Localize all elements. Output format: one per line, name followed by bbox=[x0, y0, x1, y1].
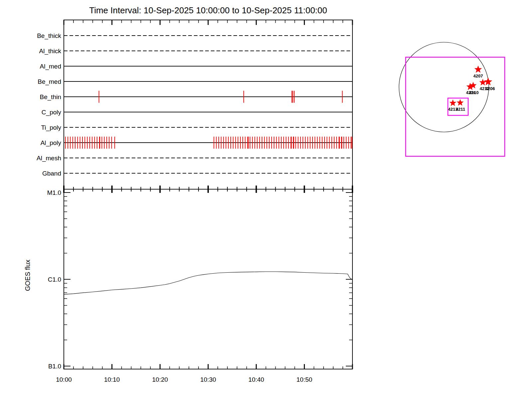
filter-label-Al_poly: Al_poly bbox=[41, 139, 62, 147]
goes-flux-curve bbox=[64, 272, 352, 294]
active-region-star-4212 bbox=[479, 79, 486, 85]
filter-label-Ti_poly: Ti_poly bbox=[41, 124, 61, 131]
xtick-label-10:50: 10:50 bbox=[297, 376, 313, 383]
plot-canvas: Be_thickAl_thickAl_medBe_medBe_thinC_pol… bbox=[0, 0, 532, 399]
filter-label-Be_thin: Be_thin bbox=[40, 93, 61, 101]
ytick-label-B1.0: B1.0 bbox=[48, 363, 61, 370]
xtick-label-10:00: 10:00 bbox=[56, 376, 72, 383]
active-region-label-4206: 4206 bbox=[485, 86, 495, 91]
y-axis-title: GOES flux bbox=[24, 260, 31, 291]
active-region-star-4206 bbox=[484, 77, 492, 85]
active-region-label-4210: 4210 bbox=[469, 90, 479, 95]
active-region-star-4213 bbox=[450, 99, 457, 106]
filter-label-Al_mesh: Al_mesh bbox=[37, 155, 61, 162]
filter-panel-border bbox=[64, 20, 352, 189]
active-region-label-4207: 4207 bbox=[473, 73, 483, 78]
xtick-label-10:40: 10:40 bbox=[248, 376, 264, 383]
active-region-label-4211: 4211 bbox=[456, 107, 465, 112]
xtick-label-10:30: 10:30 bbox=[200, 376, 216, 383]
xtick-label-10:10: 10:10 bbox=[104, 376, 120, 383]
filter-label-Be_med: Be_med bbox=[38, 78, 61, 85]
xtick-label-10:20: 10:20 bbox=[152, 376, 168, 383]
xrt-observation-summary: Time Interval: 10-Sep-2025 10:00:00 to 1… bbox=[0, 0, 532, 399]
goes-panel-border bbox=[64, 189, 352, 369]
active-region-star-4211 bbox=[457, 99, 464, 106]
filter-label-C_poly: C_poly bbox=[42, 109, 62, 116]
filter-label-Al_med: Al_med bbox=[40, 63, 61, 70]
filter-label-Al_thick: Al_thick bbox=[39, 48, 61, 55]
filter-label-Be_thick: Be_thick bbox=[37, 32, 61, 40]
filter-label-Gband: Gband bbox=[42, 170, 61, 177]
solar-limb-circle bbox=[399, 42, 489, 132]
ytick-label-C1.0: C1.0 bbox=[48, 276, 61, 283]
ytick-label-M1.0: M1.0 bbox=[47, 189, 61, 196]
active-region-star-4207 bbox=[474, 66, 482, 73]
